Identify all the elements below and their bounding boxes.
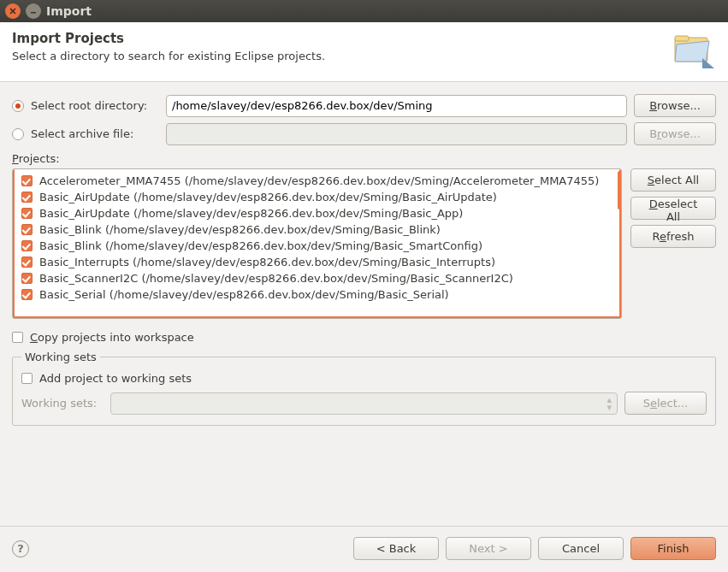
window-close-button[interactable] xyxy=(5,3,21,19)
working-sets-combo: ▴▾ xyxy=(110,392,618,415)
project-label: Basic_Interrupts (/home/slavey/dev/esp82… xyxy=(39,256,495,268)
project-checkbox[interactable] xyxy=(21,192,33,203)
project-checkbox[interactable] xyxy=(21,175,33,186)
archive-file-radio[interactable] xyxy=(12,128,24,140)
root-directory-input[interactable] xyxy=(166,95,627,117)
dialog-header: Import Projects Select a directory to se… xyxy=(0,22,728,82)
list-item[interactable]: Basic_AirUpdate (/home/slavey/dev/esp826… xyxy=(13,189,619,205)
deselect-all-button[interactable]: Deselect AllDeselect All xyxy=(630,197,716,220)
browse-root-button[interactable]: BBrowse...rowse... xyxy=(634,94,716,117)
help-icon[interactable]: ? xyxy=(12,540,29,557)
window-title: Import xyxy=(46,4,92,18)
project-label: Accelerometer_MMA7455 (/home/slavey/dev/… xyxy=(39,174,599,187)
project-label: Basic_Serial (/home/slavey/dev/esp8266.d… xyxy=(39,288,449,301)
select-all-button[interactable]: Select AllSelect All xyxy=(630,168,716,192)
project-checkbox[interactable] xyxy=(21,224,33,235)
list-item[interactable]: Basic_Blink (/home/slavey/dev/esp8266.de… xyxy=(13,221,619,238)
next-button: Next > xyxy=(446,537,531,560)
root-directory-label: Select root directory: xyxy=(31,99,159,112)
projects-list[interactable]: Accelerometer_MMA7455 (/home/slavey/dev/… xyxy=(12,168,622,319)
project-label: Basic_Blink (/home/slavey/dev/esp8266.de… xyxy=(39,223,441,236)
list-item[interactable]: Basic_Interrupts (/home/slavey/dev/esp82… xyxy=(13,254,619,270)
svg-rect-2 xyxy=(675,36,689,41)
svg-rect-0 xyxy=(31,12,36,14)
project-label: Basic_AirUpdate (/home/slavey/dev/esp826… xyxy=(39,191,497,203)
working-sets-select-button: Select...Select... xyxy=(624,392,707,415)
copy-into-workspace-checkbox[interactable] xyxy=(12,332,23,343)
archive-file-input xyxy=(166,123,627,145)
page-title: Import Projects xyxy=(12,31,325,46)
import-folder-icon xyxy=(672,31,716,73)
project-label: Basic_ScannerI2C (/home/slavey/dev/esp82… xyxy=(39,272,513,285)
list-item[interactable]: Basic_Serial (/home/slavey/dev/esp8266.d… xyxy=(13,286,619,303)
add-to-working-sets-label: Add project to working sets xyxy=(39,372,192,385)
refresh-button[interactable]: RefreshRefresh xyxy=(630,225,716,248)
window-minimize-button[interactable] xyxy=(26,3,41,19)
list-item[interactable]: Basic_AirUpdate (/home/slavey/dev/esp826… xyxy=(13,205,619,221)
working-sets-legend: Working sets xyxy=(21,351,100,363)
list-item[interactable]: Basic_ScannerI2C (/home/slavey/dev/esp82… xyxy=(13,270,619,286)
archive-file-label: Select archive file: xyxy=(31,127,159,140)
project-label: Basic_Blink (/home/slavey/dev/esp8266.de… xyxy=(39,239,482,252)
browse-archive-button: Browse... xyxy=(634,122,716,145)
finish-button[interactable]: Finish xyxy=(630,537,716,560)
back-button[interactable]: < Back xyxy=(353,537,439,560)
copy-into-workspace-label: Copy projects into workspaceCopy project… xyxy=(30,331,194,344)
page-subtitle: Select a directory to search for existin… xyxy=(12,50,325,62)
root-directory-radio[interactable] xyxy=(12,100,24,112)
project-label: Basic_AirUpdate (/home/slavey/dev/esp826… xyxy=(39,207,463,220)
project-checkbox[interactable] xyxy=(21,273,33,284)
list-item[interactable]: Basic_Blink (/home/slavey/dev/esp8266.de… xyxy=(13,238,619,254)
project-checkbox[interactable] xyxy=(21,289,33,300)
add-to-working-sets-checkbox[interactable] xyxy=(21,373,33,384)
working-sets-group: Working sets Add project to working sets… xyxy=(12,351,716,426)
titlebar: Import xyxy=(0,0,728,22)
working-sets-row-label: Working sets: xyxy=(21,397,104,410)
cancel-button[interactable]: Cancel xyxy=(538,537,624,560)
project-checkbox[interactable] xyxy=(21,240,33,251)
scrollbar-thumb[interactable] xyxy=(618,171,621,209)
project-checkbox[interactable] xyxy=(21,208,33,219)
list-item[interactable]: Accelerometer_MMA7455 (/home/slavey/dev/… xyxy=(13,173,619,189)
project-checkbox[interactable] xyxy=(21,257,33,268)
